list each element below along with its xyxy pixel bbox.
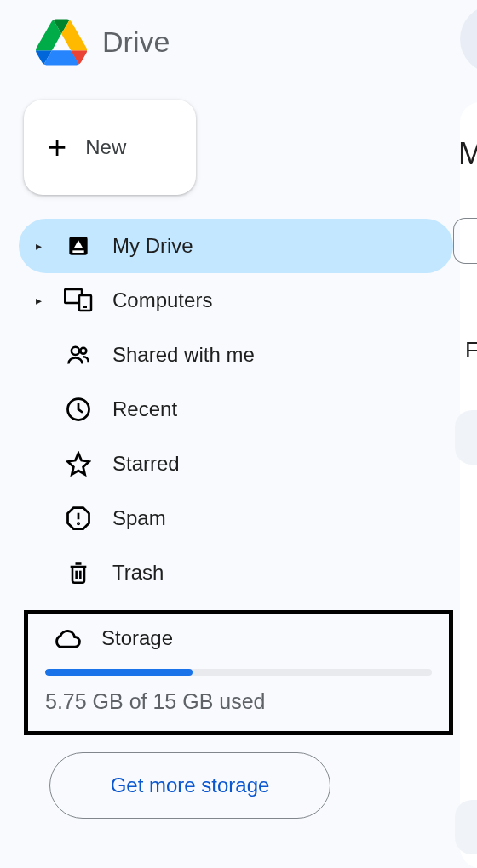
sidebar-item-recent[interactable]: Recent bbox=[19, 382, 453, 437]
nav-label: Shared with me bbox=[112, 343, 255, 367]
plus-icon: + bbox=[48, 129, 66, 166]
svg-rect-4 bbox=[83, 306, 87, 308]
nav-label: My Drive bbox=[112, 234, 193, 258]
sidebar-item-shared[interactable]: Shared with me bbox=[19, 328, 453, 382]
storage-progress-bar bbox=[45, 669, 432, 676]
sidebar-item-my-drive[interactable]: ▸ My Drive bbox=[19, 219, 453, 273]
get-storage-label: Get more storage bbox=[111, 774, 270, 797]
storage-progress-fill bbox=[45, 669, 193, 676]
peek-heading-1: M bbox=[458, 136, 477, 172]
new-button[interactable]: + New bbox=[24, 100, 196, 195]
recent-icon bbox=[63, 397, 94, 422]
expand-arrow-icon: ▸ bbox=[36, 239, 44, 253]
computers-icon bbox=[63, 288, 94, 312]
spam-icon bbox=[63, 505, 94, 531]
peek-chip[interactable] bbox=[453, 218, 477, 264]
svg-point-6 bbox=[80, 348, 86, 354]
svg-point-9 bbox=[78, 523, 78, 524]
app-title: Drive bbox=[102, 26, 170, 59]
storage-label: Storage bbox=[101, 626, 173, 650]
sidebar-nav: ▸ My Drive ▸ Computers Shared with me Re… bbox=[0, 219, 477, 600]
nav-label: Starred bbox=[112, 452, 180, 476]
right-panel-peek: M F bbox=[443, 0, 477, 868]
main-content-panel bbox=[460, 102, 477, 868]
peek-heading-2: F bbox=[465, 337, 477, 363]
sidebar-item-storage[interactable]: Storage bbox=[45, 626, 432, 650]
peek-card-2[interactable] bbox=[455, 800, 477, 854]
starred-icon bbox=[63, 451, 94, 477]
peek-card-1[interactable] bbox=[455, 410, 477, 465]
app-header: Drive bbox=[0, 0, 477, 84]
new-button-label: New bbox=[85, 135, 126, 159]
my-drive-icon bbox=[63, 232, 94, 260]
nav-label: Trash bbox=[112, 561, 164, 585]
nav-label: Computers bbox=[112, 288, 212, 312]
expand-arrow-icon: ▸ bbox=[36, 294, 44, 307]
svg-rect-3 bbox=[79, 295, 91, 311]
shared-icon bbox=[63, 343, 94, 367]
get-storage-button[interactable]: Get more storage bbox=[49, 752, 330, 819]
storage-usage-text: 5.75 GB of 15 GB used bbox=[45, 689, 432, 714]
cloud-icon bbox=[52, 627, 83, 649]
drive-logo-icon bbox=[36, 19, 87, 66]
trash-icon bbox=[63, 560, 94, 585]
sidebar-item-starred[interactable]: Starred bbox=[19, 437, 453, 491]
nav-label: Recent bbox=[112, 397, 177, 421]
search-bubble[interactable] bbox=[460, 5, 477, 73]
sidebar-item-trash[interactable]: Trash bbox=[19, 545, 453, 600]
storage-section: Storage 5.75 GB of 15 GB used bbox=[24, 610, 453, 735]
sidebar-item-computers[interactable]: ▸ Computers bbox=[19, 273, 453, 328]
svg-rect-1 bbox=[72, 250, 83, 253]
nav-label: Spam bbox=[112, 506, 166, 530]
svg-point-5 bbox=[72, 347, 79, 355]
sidebar-item-spam[interactable]: Spam bbox=[19, 491, 453, 545]
